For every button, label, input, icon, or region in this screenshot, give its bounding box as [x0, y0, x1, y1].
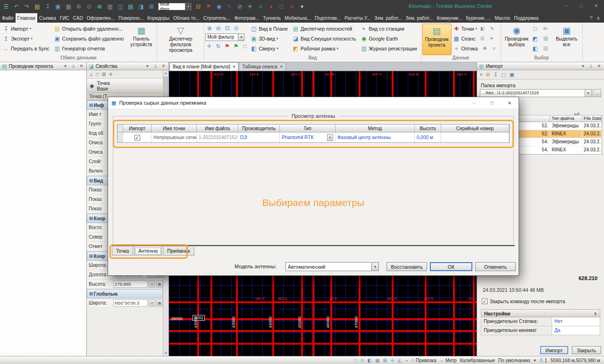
serial-number-cell[interactable]: [441, 132, 509, 142]
ribbon-button[interactable]: ↧ Импорт ▾: [1, 24, 52, 33]
restore-button[interactable]: Восстановить: [386, 262, 427, 271]
panel-menu-icon[interactable]: ▾: [144, 64, 151, 68]
qat-filter-combo[interactable]: Мой фил... ▾: [158, 3, 192, 10]
pan-tool-icon[interactable]: □: [241, 42, 249, 50]
ribbon-tab[interactable]: Коридоры: [145, 13, 171, 23]
ribbon-tab[interactable]: Бурение, ...: [464, 13, 493, 23]
chevron-down-icon[interactable]: ▾: [585, 89, 592, 97]
maximize-button[interactable]: □: [579, 3, 583, 9]
ribbon-button[interactable]: ↥ Экспорт ▾: [1, 33, 52, 43]
qat-icon[interactable]: ✎: [224, 2, 235, 11]
antenna-table-row[interactable]: ✓ Непрерывные сегме 1-2021031407152 DJI …: [117, 132, 509, 142]
close-panel-button[interactable]: Закрыть: [572, 346, 601, 354]
property-grid-icon[interactable]: ▦: [156, 299, 163, 306]
qat-icon[interactable]: ⚑: [203, 2, 214, 11]
properties-toolbar-icon[interactable]: ⊥: [89, 72, 93, 77]
ribbon-tab[interactable]: Строитель...: [201, 13, 233, 23]
file-date-column[interactable]: File Date: [582, 116, 602, 122]
ribbon-extra-icon[interactable]: ≈: [490, 44, 498, 52]
ribbon-tab[interactable]: Главная: [16, 13, 37, 23]
import-toolbar-icon[interactable]: ▢: [501, 72, 506, 78]
collapse-icon[interactable]: ∧: [594, 311, 597, 316]
qat-icon[interactable]: ≈: [255, 2, 266, 11]
qat-icon[interactable]: ◉: [214, 2, 224, 11]
file-type-column[interactable]: Тип файла: [550, 116, 582, 122]
help-icon[interactable]: ?: [590, 15, 593, 21]
ribbon-button[interactable]: ▥ Генератор отчетов: [52, 43, 127, 53]
selected-object-row[interactable]: ◆ Точка Base: [87, 79, 168, 93]
chevron-down-icon[interactable]: ▾: [185, 3, 192, 10]
ribbon-extra-icon[interactable]: ✎: [488, 25, 496, 33]
ribbon-button[interactable]: ▥ Журнал регистрации: [359, 43, 419, 53]
qat-icon[interactable]: ⚙: [74, 2, 84, 11]
height-cell[interactable]: 0,000 м: [415, 132, 441, 142]
properties-toolbar-icon[interactable]: ✛: [109, 72, 112, 77]
pin-icon[interactable]: ⊥: [70, 64, 76, 68]
view-filter-combo[interactable]: Мой фильтр ▾: [205, 33, 249, 41]
ribbon-tab[interactable]: ГИС: [58, 13, 71, 23]
chevron-down-icon[interactable]: ▾: [371, 263, 378, 271]
close-icon[interactable]: ✕: [596, 64, 602, 68]
setting-row[interactable]: Принудительно Статика: Нет: [481, 317, 600, 326]
property-row[interactable]: ⊟ Высота: 278,885 ⊡ ▦: [87, 280, 163, 289]
import-folder-path[interactable]: ...\Met...\1-2-20210314071528: [480, 89, 585, 97]
collapse-icon[interactable]: ⊟: [89, 216, 93, 221]
ribbon-extra-icon[interactable]: ◧: [478, 25, 487, 33]
property-lock-icon[interactable]: ⊡: [149, 281, 155, 288]
ok-button[interactable]: ОК: [430, 262, 472, 271]
pin-icon[interactable]: ⊥: [588, 64, 594, 68]
qat-icon[interactable]: ↷: [22, 2, 32, 11]
chevron-down-icon[interactable]: ▾: [327, 134, 333, 141]
ribbon-tab[interactable]: Коммуник...: [435, 13, 464, 23]
minimize-button[interactable]: ─: [465, 97, 483, 108]
ribbon-button[interactable]: ▣ Сохранить файл удаленно: [52, 33, 127, 43]
close-icon[interactable]: ✕: [233, 65, 236, 69]
status-toggle-icon[interactable]: ¬: [405, 358, 408, 363]
row-selector[interactable]: [117, 132, 123, 142]
ribbon-extra-icon[interactable]: ☰: [478, 34, 487, 42]
ribbon-extra-icon[interactable]: ✏: [488, 34, 496, 42]
panel-menu-icon[interactable]: ▾: [580, 64, 586, 68]
zoom-tool-icon[interactable]: ⊕: [205, 24, 213, 32]
ribbon-button[interactable]: ✚ Точки ▾ ◧ ✎: [452, 24, 500, 33]
status-toggle-icon[interactable]: ◧: [368, 358, 372, 363]
selection-explorer-button[interactable]: ◉ Проводник выбора: [502, 24, 531, 55]
collapse-icon[interactable]: ⊟: [89, 291, 93, 296]
ribbon-tab[interactable]: Съемка: [37, 13, 58, 23]
project-explorer-button[interactable]: ▤ Проводник проекта: [422, 24, 452, 55]
status-toggle-icon[interactable]: ∠: [397, 358, 402, 363]
zoom-tool-icon[interactable]: ⊙: [232, 24, 240, 32]
ribbon-tab[interactable]: Оформлен...: [85, 13, 117, 23]
select-all-button[interactable]: ▣ Выделить все: [552, 24, 581, 55]
selection-tool-icon[interactable]: □: [531, 25, 539, 33]
qat-icon[interactable]: ▤: [126, 2, 136, 11]
column-header[interactable]: Имя файла: [197, 124, 238, 132]
qat-icon[interactable]: ◨: [136, 2, 146, 11]
view-filter-combo-value[interactable]: Мой фильтр: [205, 33, 238, 41]
cancel-button[interactable]: Отменить: [475, 262, 516, 271]
qat-icon[interactable]: ▣: [53, 2, 63, 11]
tab-receiver[interactable]: Приёмник: [163, 247, 194, 256]
properties-toolbar-icon[interactable]: □: [96, 72, 99, 77]
point-name-cell[interactable]: Непрерывные сегме: [151, 132, 197, 142]
ribbon-tab[interactable]: Зем. работ...: [372, 13, 403, 23]
pan-tool-icon[interactable]: ⚑: [232, 42, 240, 50]
qat-icon[interactable]: ✛: [245, 2, 255, 11]
selection-tool-icon[interactable]: ⊟: [542, 44, 550, 52]
minimize-button[interactable]: ─: [564, 3, 568, 9]
property-row[interactable]: ⊟ Широта: N56°50'36.3 ⊡ ▦: [87, 298, 163, 308]
status-toggle-icon[interactable]: ⊙: [360, 358, 364, 363]
setting-value[interactable]: Нет: [552, 317, 600, 326]
ribbon-tab[interactable]: Зем. работ...: [403, 13, 435, 23]
document-tab-plan-view[interactable]: Вид в плане [Мой фильтр] ✕: [169, 62, 239, 71]
import-toolbar-icon[interactable]: ▣: [509, 72, 514, 78]
qat-icon[interactable]: ✕: [286, 2, 297, 11]
qat-icon[interactable]: ⊞: [146, 2, 157, 11]
pan-tool-icon[interactable]: ↻: [214, 42, 222, 50]
scroll-down-icon[interactable]: ▾: [163, 350, 168, 356]
collapse-icon[interactable]: ⊟: [89, 103, 93, 108]
status-toggle-icon[interactable]: ▦: [375, 358, 379, 363]
tab-antenna[interactable]: Антенна: [134, 247, 162, 256]
import-toolbar-icon[interactable]: ⊞: [486, 72, 490, 78]
selection-tool-icon[interactable]: ⊞: [542, 34, 550, 42]
